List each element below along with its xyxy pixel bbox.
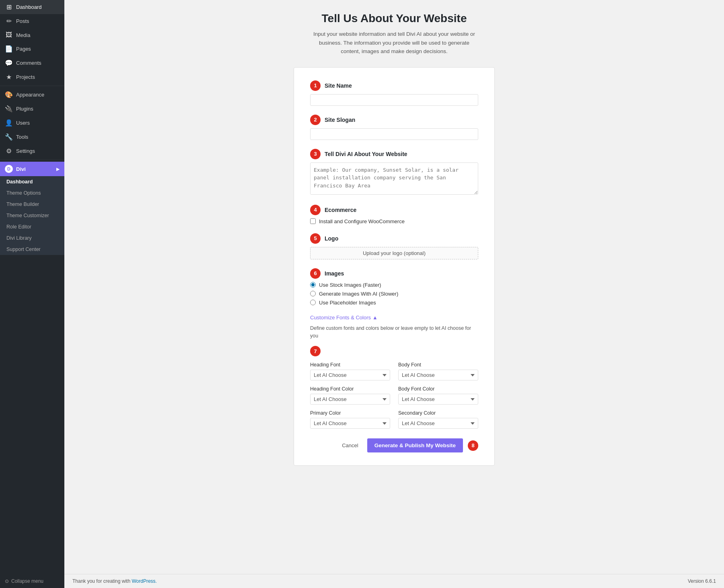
footer-left: Thank you for creating with WordPress. [72, 578, 157, 584]
wordpress-link[interactable]: WordPress. [132, 578, 156, 584]
images-section: 6 Images Use Stock Images (Faster) Gener… [310, 268, 478, 306]
sidebar-item-theme-customizer[interactable]: Theme Customizer [0, 210, 64, 221]
site-slogan-section: 2 Site Slogan [310, 115, 478, 140]
body-font-color-label: Body Font Color [398, 386, 478, 392]
action-row: Cancel Generate & Publish My Website 8 [310, 438, 478, 452]
ecommerce-label: Ecommerce [325, 207, 356, 213]
fonts-header-row: 7 [310, 346, 478, 356]
sidebar-item-pages[interactable]: 📄 Pages [0, 42, 64, 56]
step-8-badge: 8 [468, 440, 478, 451]
logo-upload-button[interactable]: Upload your logo (optional) [310, 247, 478, 259]
sidebar-item-divi-library[interactable]: Divi Library [0, 232, 64, 244]
divi-header[interactable]: D Divi ▶ [0, 162, 64, 176]
secondary-color-label: Secondary Color [398, 410, 478, 416]
sidebar-item-support-center[interactable]: Support Center [0, 244, 64, 255]
divi-section: D Divi ▶ Dashboard Theme Options Theme B… [0, 162, 64, 255]
sidebar-item-label: Plugins [16, 106, 33, 112]
step-2-badge: 2 [310, 115, 321, 125]
sidebar-item-label: Comments [16, 60, 41, 66]
sidebar-item-theme-options[interactable]: Theme Options [0, 187, 64, 199]
primary-color-select[interactable]: Let AI Choose [310, 418, 390, 429]
sidebar-item-posts[interactable]: ✏ Posts [0, 14, 64, 28]
sidebar-item-label: Pages [16, 46, 31, 52]
secondary-color-select[interactable]: Let AI Choose [398, 418, 478, 429]
users-icon: 👤 [5, 119, 13, 127]
page-title: Tell Us About Your Website [72, 12, 716, 25]
sidebar-item-divi-dashboard[interactable]: Dashboard [0, 176, 64, 187]
ecommerce-section: 4 Ecommerce Install and Configure WooCom… [310, 205, 478, 224]
heading-font-color-field: Heading Font Color Let AI Choose [310, 386, 390, 405]
sidebar-item-tools[interactable]: 🔧 Tools [0, 130, 64, 144]
sidebar-item-media[interactable]: 🖼 Media [0, 28, 64, 42]
footer-left-text: Thank you for creating with [72, 578, 130, 584]
step-4-badge: 4 [310, 205, 321, 215]
collapse-icon: ⊙ [5, 578, 9, 584]
page-subtitle: Input your website information and tell … [310, 30, 479, 56]
primary-color-field: Primary Color Let AI Choose [310, 410, 390, 429]
site-slogan-input[interactable] [310, 128, 478, 140]
sidebar-item-plugins[interactable]: 🔌 Plugins [0, 102, 64, 116]
body-font-label: Body Font [398, 362, 478, 368]
body-font-color-select[interactable]: Let AI Choose [398, 394, 478, 405]
sidebar-item-projects[interactable]: ★ Projects [0, 70, 64, 84]
customize-fonts-toggle[interactable]: Customize Fonts & Colors ▲ [310, 315, 478, 321]
collapse-menu-button[interactable]: ⊙ Collapse menu [0, 574, 64, 588]
placeholder-images-radio[interactable] [310, 300, 316, 305]
heading-font-select[interactable]: Let AI Choose [310, 370, 390, 380]
site-name-header: 1 Site Name [310, 80, 478, 91]
site-name-label: Site Name [325, 82, 352, 89]
tools-icon: 🔧 [5, 133, 13, 141]
posts-icon: ✏ [5, 17, 13, 25]
step-3-badge: 3 [310, 149, 321, 159]
footer-version: Version 6.6.1 [688, 578, 716, 584]
step-7-badge: 7 [310, 346, 321, 356]
sidebar-item-users[interactable]: 👤 Users [0, 116, 64, 130]
site-slogan-header: 2 Site Slogan [310, 115, 478, 125]
ai-images-radio[interactable] [310, 291, 316, 296]
site-name-section: 1 Site Name [310, 80, 478, 106]
images-radio-group: Use Stock Images (Faster) Generate Image… [310, 282, 478, 306]
font-grid: Heading Font Let AI Choose Body Font Let… [310, 362, 478, 429]
body-font-field: Body Font Let AI Choose [398, 362, 478, 380]
heading-font-label: Heading Font [310, 362, 390, 368]
sidebar-item-role-editor[interactable]: Role Editor [0, 221, 64, 232]
comments-icon: 💬 [5, 59, 13, 67]
stock-images-option[interactable]: Use Stock Images (Faster) [310, 282, 478, 288]
ai-images-label: Generate Images With AI (Slower) [319, 291, 398, 297]
chevron-up-icon: ▲ [372, 315, 378, 321]
site-name-input[interactable] [310, 94, 478, 106]
woocommerce-label: Install and Configure WooCommerce [319, 218, 405, 224]
cancel-button[interactable]: Cancel [338, 440, 362, 451]
sidebar-item-settings[interactable]: ⚙ Settings [0, 144, 64, 158]
customize-description: Define custom fonts and colors below or … [310, 325, 478, 340]
sidebar-item-appearance[interactable]: 🎨 Appearance [0, 88, 64, 102]
plugins-icon: 🔌 [5, 105, 13, 113]
appearance-icon: 🎨 [5, 91, 13, 99]
sidebar-item-dashboard[interactable]: ⊞ Dashboard [0, 0, 64, 14]
images-header: 6 Images [310, 268, 478, 279]
about-textarea[interactable] [310, 162, 478, 195]
woocommerce-checkbox[interactable] [310, 218, 316, 224]
site-slogan-label: Site Slogan [325, 117, 355, 123]
sidebar-item-label: Dashboard [16, 4, 42, 10]
placeholder-images-label: Use Placeholder Images [319, 300, 376, 306]
page-wrapper: Tell Us About Your Website Input your we… [64, 0, 724, 588]
stock-images-radio[interactable] [310, 282, 316, 288]
generate-label: Generate & Publish My Website [374, 442, 456, 448]
body-font-select[interactable]: Let AI Choose [398, 370, 478, 380]
ecommerce-header: 4 Ecommerce [310, 205, 478, 215]
generate-button[interactable]: Generate & Publish My Website [367, 438, 463, 452]
fonts-colors-section: Customize Fonts & Colors ▲ Define custom… [310, 315, 478, 429]
sidebar-item-label: Posts [16, 18, 29, 24]
dashboard-icon: ⊞ [5, 3, 13, 11]
step-5-badge: 5 [310, 233, 321, 244]
images-label: Images [325, 270, 344, 277]
ai-images-option[interactable]: Generate Images With AI (Slower) [310, 291, 478, 297]
sidebar-item-theme-builder[interactable]: Theme Builder [0, 199, 64, 210]
sidebar-item-label: Tools [16, 134, 28, 140]
sidebar-item-label: Settings [16, 148, 35, 154]
heading-font-color-select[interactable]: Let AI Choose [310, 394, 390, 405]
about-header: 3 Tell Divi AI About Your Website [310, 149, 478, 159]
sidebar-item-comments[interactable]: 💬 Comments [0, 56, 64, 70]
placeholder-images-option[interactable]: Use Placeholder Images [310, 300, 478, 306]
